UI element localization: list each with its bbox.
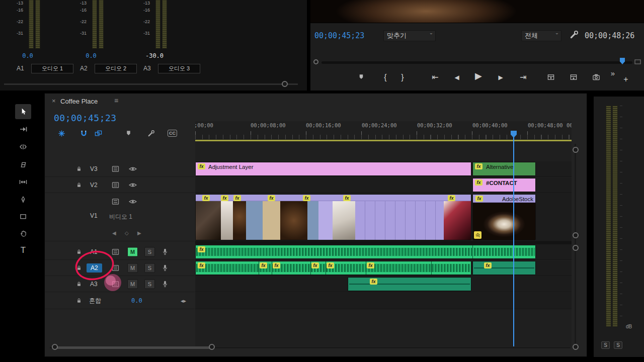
fx-badge[interactable]: fx bbox=[475, 196, 483, 202]
fit-select[interactable]: 맞추기 ˇ bbox=[383, 30, 436, 41]
track-label-a2-selected[interactable]: A2 bbox=[87, 263, 102, 273]
fx-badge[interactable]: fx bbox=[233, 195, 241, 201]
fx-badge[interactable]: fx bbox=[260, 262, 267, 268]
next-keyframe-icon[interactable]: ▶ bbox=[137, 230, 141, 236]
lane-v1[interactable]: fx fx fx fx fx fx fx bbox=[195, 194, 572, 241]
timeline-settings-wrench-icon[interactable] bbox=[147, 130, 155, 137]
slip-tool[interactable] bbox=[15, 174, 31, 190]
clip-audio-a2[interactable]: fx fx fx fx fx fx bbox=[195, 261, 471, 275]
clip-audio-a1[interactable]: fx bbox=[195, 245, 536, 259]
source-patch-icon[interactable] bbox=[112, 182, 119, 189]
settings-wrench-icon[interactable] bbox=[570, 30, 579, 39]
program-scrubber[interactable] bbox=[321, 61, 632, 64]
program-preview-frame[interactable] bbox=[310, 0, 644, 23]
channel-name-box[interactable]: 오디오 2 bbox=[95, 64, 137, 73]
vscroll-handle-top[interactable] bbox=[573, 147, 579, 153]
close-icon[interactable]: × bbox=[52, 97, 56, 105]
fx-badge[interactable]: fx bbox=[198, 163, 205, 169]
step-forward-button[interactable]: ▶ bbox=[498, 73, 503, 81]
vscroll-handle[interactable] bbox=[573, 245, 579, 251]
source-patch-icon[interactable] bbox=[112, 166, 119, 172]
linked-selection-icon[interactable] bbox=[95, 130, 102, 137]
track-label-a3[interactable]: A3 bbox=[90, 281, 98, 288]
nest-sequences-icon[interactable] bbox=[58, 130, 65, 137]
fx-badge[interactable]: fx bbox=[367, 262, 374, 268]
timeline-current-timecode[interactable]: 00;00;45;23 bbox=[54, 113, 117, 123]
captions-cc-icon[interactable]: CC bbox=[168, 130, 177, 137]
fx-badge[interactable]: fx bbox=[484, 262, 492, 268]
timeline-hscroll-handle[interactable] bbox=[55, 346, 212, 349]
fx-badge[interactable]: fx bbox=[327, 262, 334, 268]
clip-audio-a3[interactable]: fx bbox=[348, 277, 471, 291]
keyframe-nav-icon[interactable]: ◂▸ bbox=[181, 298, 186, 304]
zoom-select[interactable]: 전체 ˇ bbox=[521, 30, 561, 41]
program-scrollbar-handle[interactable] bbox=[313, 59, 318, 64]
solo-left-button[interactable]: S bbox=[601, 341, 610, 349]
add-button[interactable]: + bbox=[623, 75, 628, 83]
solo-button-a2[interactable]: S bbox=[144, 263, 155, 273]
clip-adobestock[interactable]: fx AdobeStock 속 bbox=[472, 194, 536, 240]
fx-badge[interactable]: fx bbox=[303, 195, 310, 201]
razor-tool[interactable] bbox=[15, 157, 31, 172]
export-frame-camera-icon[interactable] bbox=[592, 73, 600, 81]
lane-v3[interactable]: fx Adjustment Layer fx Alternative bbox=[195, 161, 572, 177]
mixer-scrollbar-handle[interactable] bbox=[282, 81, 288, 87]
add-marker-icon[interactable] bbox=[125, 130, 132, 137]
timeline-playhead-line[interactable] bbox=[513, 137, 514, 346]
clip-contact[interactable]: fx #CONTACT bbox=[472, 178, 536, 192]
lock-icon[interactable] bbox=[76, 265, 82, 272]
track-visibility-eye-icon[interactable] bbox=[129, 166, 137, 172]
channel-name-box[interactable]: 오디오 3 bbox=[158, 64, 200, 73]
track-label-a1[interactable]: A1 bbox=[90, 248, 98, 255]
mixer-scrollbar[interactable] bbox=[4, 83, 298, 85]
ripple-edit-tool[interactable] bbox=[15, 139, 31, 154]
lane-v2[interactable]: fx #CONTACT bbox=[195, 177, 572, 193]
channel-name-box[interactable]: 오디오 1 bbox=[31, 64, 73, 73]
fx-badge[interactable]: fx bbox=[448, 195, 455, 201]
pen-tool[interactable] bbox=[15, 192, 31, 207]
more-panel-options-icon[interactable]: » bbox=[611, 69, 615, 77]
goto-in-button[interactable]: ⇤ bbox=[432, 73, 438, 81]
track-select-forward-tool[interactable] bbox=[15, 122, 31, 137]
track-label-v3[interactable]: V3 bbox=[90, 165, 98, 172]
fx-badge[interactable]: fx bbox=[343, 195, 351, 201]
rectangle-tool[interactable] bbox=[15, 209, 31, 224]
lock-icon[interactable] bbox=[76, 249, 82, 255]
snap-magnet-icon[interactable] bbox=[80, 130, 88, 137]
panel-menu-icon[interactable]: ≡ bbox=[114, 97, 118, 105]
type-tool[interactable]: T bbox=[15, 243, 31, 258]
fx-badge[interactable]: fx bbox=[311, 262, 319, 268]
track-label-v1[interactable]: V1 bbox=[90, 212, 98, 219]
lane-a3[interactable]: fx bbox=[195, 277, 572, 292]
timeline-clip-area[interactable]: ;00;00 00;00;08;00 00;00;16;00 00;00;24;… bbox=[195, 121, 572, 346]
voiceover-mic-icon[interactable] bbox=[162, 264, 168, 272]
extract-button[interactable] bbox=[570, 73, 578, 81]
fx-badge[interactable]: fx bbox=[475, 179, 482, 186]
lock-icon[interactable] bbox=[76, 182, 82, 189]
solo-button-a3[interactable]: S bbox=[144, 280, 155, 289]
lock-icon[interactable] bbox=[76, 281, 82, 288]
fx-badge[interactable]: fx bbox=[221, 195, 228, 201]
play-button[interactable]: ▶ bbox=[475, 72, 482, 80]
hand-tool[interactable] bbox=[15, 226, 31, 241]
add-marker-button[interactable] bbox=[358, 73, 365, 80]
track-visibility-eye-icon[interactable] bbox=[129, 182, 137, 188]
lock-icon[interactable] bbox=[76, 298, 82, 304]
clip-v1-sequence[interactable]: fx fx fx fx fx fx fx bbox=[195, 194, 471, 240]
fx-badge[interactable]: fx bbox=[273, 262, 280, 268]
source-patch-icon[interactable] bbox=[112, 199, 119, 205]
fx-badge[interactable]: fx bbox=[268, 195, 275, 201]
voiceover-mic-icon[interactable] bbox=[162, 281, 168, 288]
goto-out-button[interactable]: ⇥ bbox=[520, 73, 526, 81]
vscroll-handle[interactable] bbox=[573, 232, 579, 238]
mix-level-value[interactable]: 0.0 bbox=[131, 297, 142, 304]
fx-badge[interactable]: fx bbox=[475, 163, 482, 169]
track-visibility-eye-icon[interactable] bbox=[129, 199, 137, 205]
track-label-mix[interactable]: 혼합 bbox=[89, 297, 101, 305]
solo-right-button[interactable]: S bbox=[614, 341, 622, 349]
lane-a2[interactable]: fx fx fx fx fx fx fx bbox=[195, 260, 572, 276]
fx-badge[interactable]: fx bbox=[202, 195, 210, 201]
track-label-v2[interactable]: V2 bbox=[90, 182, 98, 189]
fx-badge[interactable]: fx bbox=[198, 246, 205, 252]
mute-button-a1[interactable]: M bbox=[127, 247, 138, 257]
